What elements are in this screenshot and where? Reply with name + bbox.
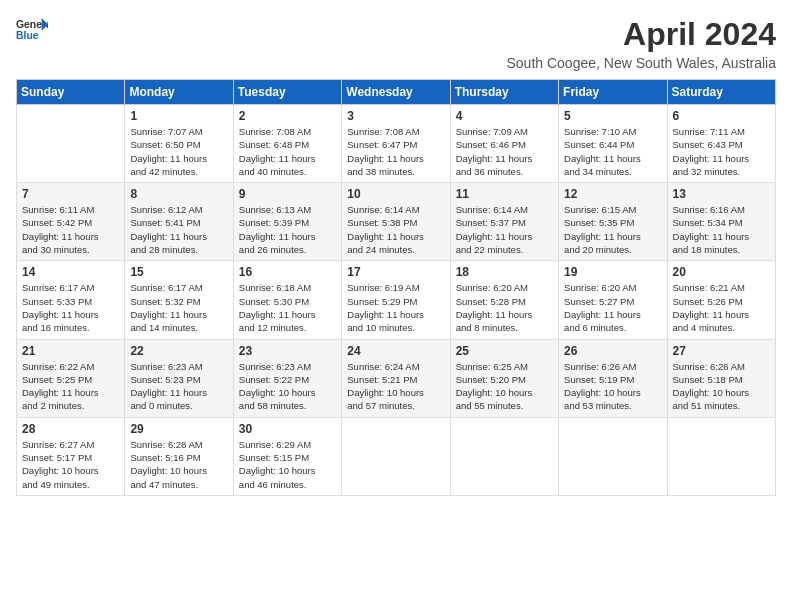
day-number: 2 [239, 109, 336, 123]
page-header: General Blue April 2024 South Coogee, Ne… [16, 16, 776, 71]
day-info: Sunrise: 6:11 AM Sunset: 5:42 PM Dayligh… [22, 203, 119, 256]
calendar-cell: 24Sunrise: 6:24 AM Sunset: 5:21 PM Dayli… [342, 339, 450, 417]
day-info: Sunrise: 6:16 AM Sunset: 5:34 PM Dayligh… [673, 203, 770, 256]
calendar-cell: 17Sunrise: 6:19 AM Sunset: 5:29 PM Dayli… [342, 261, 450, 339]
day-number: 30 [239, 422, 336, 436]
day-number: 25 [456, 344, 553, 358]
day-info: Sunrise: 6:28 AM Sunset: 5:16 PM Dayligh… [130, 438, 227, 491]
calendar-cell: 8Sunrise: 6:12 AM Sunset: 5:41 PM Daylig… [125, 183, 233, 261]
day-number: 26 [564, 344, 661, 358]
day-number: 3 [347, 109, 444, 123]
day-info: Sunrise: 6:14 AM Sunset: 5:38 PM Dayligh… [347, 203, 444, 256]
day-info: Sunrise: 6:15 AM Sunset: 5:35 PM Dayligh… [564, 203, 661, 256]
calendar-cell: 20Sunrise: 6:21 AM Sunset: 5:26 PM Dayli… [667, 261, 775, 339]
calendar-cell: 30Sunrise: 6:29 AM Sunset: 5:15 PM Dayli… [233, 417, 341, 495]
calendar-cell: 18Sunrise: 6:20 AM Sunset: 5:28 PM Dayli… [450, 261, 558, 339]
day-info: Sunrise: 6:26 AM Sunset: 5:19 PM Dayligh… [564, 360, 661, 413]
column-header-friday: Friday [559, 80, 667, 105]
day-number: 14 [22, 265, 119, 279]
calendar-header-row: SundayMondayTuesdayWednesdayThursdayFrid… [17, 80, 776, 105]
calendar-cell: 16Sunrise: 6:18 AM Sunset: 5:30 PM Dayli… [233, 261, 341, 339]
column-header-sunday: Sunday [17, 80, 125, 105]
calendar-cell: 2Sunrise: 7:08 AM Sunset: 6:48 PM Daylig… [233, 105, 341, 183]
calendar-week-5: 28Sunrise: 6:27 AM Sunset: 5:17 PM Dayli… [17, 417, 776, 495]
day-number: 17 [347, 265, 444, 279]
day-number: 13 [673, 187, 770, 201]
calendar-cell: 3Sunrise: 7:08 AM Sunset: 6:47 PM Daylig… [342, 105, 450, 183]
calendar-cell: 12Sunrise: 6:15 AM Sunset: 5:35 PM Dayli… [559, 183, 667, 261]
day-number: 20 [673, 265, 770, 279]
calendar-cell [667, 417, 775, 495]
calendar-cell: 23Sunrise: 6:23 AM Sunset: 5:22 PM Dayli… [233, 339, 341, 417]
day-number: 4 [456, 109, 553, 123]
day-info: Sunrise: 6:27 AM Sunset: 5:17 PM Dayligh… [22, 438, 119, 491]
day-info: Sunrise: 6:12 AM Sunset: 5:41 PM Dayligh… [130, 203, 227, 256]
day-info: Sunrise: 6:21 AM Sunset: 5:26 PM Dayligh… [673, 281, 770, 334]
day-number: 11 [456, 187, 553, 201]
calendar-cell [342, 417, 450, 495]
calendar-cell: 27Sunrise: 6:26 AM Sunset: 5:18 PM Dayli… [667, 339, 775, 417]
calendar-cell: 11Sunrise: 6:14 AM Sunset: 5:37 PM Dayli… [450, 183, 558, 261]
location-title: South Coogee, New South Wales, Australia [506, 55, 776, 71]
calendar-cell: 14Sunrise: 6:17 AM Sunset: 5:33 PM Dayli… [17, 261, 125, 339]
calendar-cell: 25Sunrise: 6:25 AM Sunset: 5:20 PM Dayli… [450, 339, 558, 417]
day-info: Sunrise: 6:18 AM Sunset: 5:30 PM Dayligh… [239, 281, 336, 334]
calendar-cell: 21Sunrise: 6:22 AM Sunset: 5:25 PM Dayli… [17, 339, 125, 417]
calendar-week-2: 7Sunrise: 6:11 AM Sunset: 5:42 PM Daylig… [17, 183, 776, 261]
day-number: 16 [239, 265, 336, 279]
day-number: 18 [456, 265, 553, 279]
day-info: Sunrise: 7:11 AM Sunset: 6:43 PM Dayligh… [673, 125, 770, 178]
day-number: 24 [347, 344, 444, 358]
day-info: Sunrise: 7:07 AM Sunset: 6:50 PM Dayligh… [130, 125, 227, 178]
logo-icon: General Blue [16, 16, 48, 44]
column-header-saturday: Saturday [667, 80, 775, 105]
logo: General Blue [16, 16, 48, 44]
day-info: Sunrise: 6:20 AM Sunset: 5:27 PM Dayligh… [564, 281, 661, 334]
day-number: 5 [564, 109, 661, 123]
calendar-week-3: 14Sunrise: 6:17 AM Sunset: 5:33 PM Dayli… [17, 261, 776, 339]
calendar-cell [17, 105, 125, 183]
column-header-tuesday: Tuesday [233, 80, 341, 105]
day-info: Sunrise: 6:14 AM Sunset: 5:37 PM Dayligh… [456, 203, 553, 256]
day-info: Sunrise: 6:20 AM Sunset: 5:28 PM Dayligh… [456, 281, 553, 334]
day-number: 8 [130, 187, 227, 201]
calendar-cell: 9Sunrise: 6:13 AM Sunset: 5:39 PM Daylig… [233, 183, 341, 261]
day-info: Sunrise: 6:25 AM Sunset: 5:20 PM Dayligh… [456, 360, 553, 413]
calendar-cell: 6Sunrise: 7:11 AM Sunset: 6:43 PM Daylig… [667, 105, 775, 183]
column-header-thursday: Thursday [450, 80, 558, 105]
day-info: Sunrise: 6:22 AM Sunset: 5:25 PM Dayligh… [22, 360, 119, 413]
calendar-cell: 28Sunrise: 6:27 AM Sunset: 5:17 PM Dayli… [17, 417, 125, 495]
calendar-cell: 19Sunrise: 6:20 AM Sunset: 5:27 PM Dayli… [559, 261, 667, 339]
calendar-cell: 1Sunrise: 7:07 AM Sunset: 6:50 PM Daylig… [125, 105, 233, 183]
column-header-monday: Monday [125, 80, 233, 105]
day-number: 19 [564, 265, 661, 279]
calendar-cell: 4Sunrise: 7:09 AM Sunset: 6:46 PM Daylig… [450, 105, 558, 183]
column-header-wednesday: Wednesday [342, 80, 450, 105]
calendar-cell [559, 417, 667, 495]
day-number: 29 [130, 422, 227, 436]
day-info: Sunrise: 6:26 AM Sunset: 5:18 PM Dayligh… [673, 360, 770, 413]
calendar-cell: 22Sunrise: 6:23 AM Sunset: 5:23 PM Dayli… [125, 339, 233, 417]
day-info: Sunrise: 7:08 AM Sunset: 6:48 PM Dayligh… [239, 125, 336, 178]
svg-text:Blue: Blue [16, 30, 39, 41]
calendar-cell: 26Sunrise: 6:26 AM Sunset: 5:19 PM Dayli… [559, 339, 667, 417]
day-number: 1 [130, 109, 227, 123]
day-info: Sunrise: 6:29 AM Sunset: 5:15 PM Dayligh… [239, 438, 336, 491]
day-info: Sunrise: 6:23 AM Sunset: 5:22 PM Dayligh… [239, 360, 336, 413]
calendar-cell: 29Sunrise: 6:28 AM Sunset: 5:16 PM Dayli… [125, 417, 233, 495]
calendar-cell: 7Sunrise: 6:11 AM Sunset: 5:42 PM Daylig… [17, 183, 125, 261]
day-info: Sunrise: 7:10 AM Sunset: 6:44 PM Dayligh… [564, 125, 661, 178]
day-info: Sunrise: 7:09 AM Sunset: 6:46 PM Dayligh… [456, 125, 553, 178]
day-info: Sunrise: 6:23 AM Sunset: 5:23 PM Dayligh… [130, 360, 227, 413]
day-number: 15 [130, 265, 227, 279]
day-number: 23 [239, 344, 336, 358]
day-info: Sunrise: 6:19 AM Sunset: 5:29 PM Dayligh… [347, 281, 444, 334]
day-number: 9 [239, 187, 336, 201]
calendar-cell [450, 417, 558, 495]
day-number: 27 [673, 344, 770, 358]
day-number: 10 [347, 187, 444, 201]
day-number: 6 [673, 109, 770, 123]
day-number: 22 [130, 344, 227, 358]
calendar-cell: 15Sunrise: 6:17 AM Sunset: 5:32 PM Dayli… [125, 261, 233, 339]
day-number: 28 [22, 422, 119, 436]
